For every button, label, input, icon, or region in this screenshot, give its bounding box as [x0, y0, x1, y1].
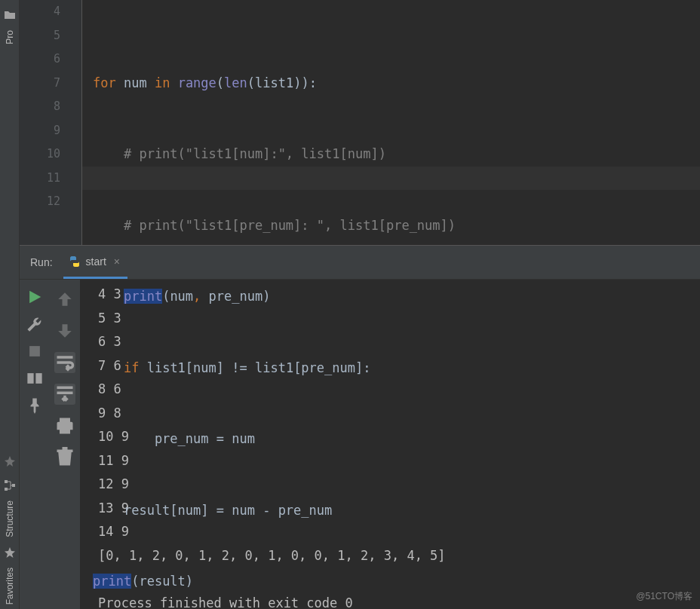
line-number: 7 — [20, 72, 60, 96]
current-line-highlight — [82, 167, 700, 191]
line-number: 4 — [20, 0, 60, 24]
structure-tool-label[interactable]: Structure — [5, 496, 15, 542]
svg-rect-2 — [12, 484, 15, 487]
keyword: , — [193, 289, 201, 304]
builtin-highlight: print — [124, 289, 162, 304]
layout-icon[interactable] — [26, 370, 43, 387]
keyword: if — [124, 360, 139, 375]
svg-rect-4 — [27, 373, 33, 384]
builtin: len — [224, 75, 247, 90]
code-text: num — [116, 75, 155, 90]
structure-icon[interactable] — [4, 479, 16, 491]
code-text-area[interactable]: for num in range(len(list1)): # print("l… — [81, 0, 700, 245]
code-text — [170, 75, 177, 90]
run-toolbar-secondary — [50, 280, 80, 609]
code-text: (list1)): — [247, 75, 317, 90]
svg-rect-5 — [35, 373, 41, 384]
stop-button[interactable] — [26, 343, 43, 360]
python-icon — [68, 255, 81, 268]
builtin: range — [178, 75, 216, 90]
line-number: 8 — [20, 95, 60, 119]
code-editor[interactable]: 4 5 6 7 8 9 10 11 12 for num in range(le… — [20, 0, 700, 245]
close-icon[interactable]: × — [111, 256, 123, 268]
code-text: (result) — [131, 574, 193, 589]
left-tool-strip: Pro Structure Favorites — [0, 0, 20, 609]
run-header: Run: start × — [20, 246, 700, 280]
line-number: 11 — [20, 167, 60, 191]
code-text — [93, 360, 124, 375]
run-panel-title: Run: — [20, 256, 63, 268]
run-toolbar-primary — [20, 280, 50, 609]
code-text: pre_num = num — [93, 427, 700, 451]
project-tool-label[interactable]: Pro — [5, 26, 15, 49]
svg-rect-3 — [29, 346, 40, 357]
pin-icon[interactable] — [26, 397, 43, 414]
code-text: pre_num) — [201, 289, 270, 304]
print-icon[interactable] — [54, 415, 75, 436]
code-text: list1[num] != list1[pre_num]: — [139, 360, 370, 375]
code-text: ( — [216, 75, 224, 90]
soft-wrap-toggle[interactable] — [54, 352, 75, 373]
builtin-highlight: print — [93, 574, 131, 589]
keyword: in — [155, 75, 170, 90]
down-arrow-icon[interactable] — [54, 320, 75, 341]
svg-rect-1 — [5, 488, 8, 491]
code-text: (num — [162, 289, 193, 304]
rerun-button[interactable] — [26, 289, 43, 305]
star-icon[interactable] — [4, 546, 16, 559]
scroll-to-end-toggle[interactable] — [54, 384, 75, 405]
favorites-tool-label[interactable]: Favorites — [5, 563, 15, 609]
line-number: 5 — [20, 24, 60, 48]
keyword: for — [93, 75, 116, 90]
folder-icon[interactable] — [4, 9, 16, 21]
wrench-icon[interactable] — [26, 316, 43, 332]
pin-icon[interactable] — [4, 455, 16, 467]
run-tab[interactable]: start × — [63, 246, 127, 279]
line-number-gutter: 4 5 6 7 8 9 10 11 12 — [20, 0, 81, 245]
code-text: result[num] = num - pre_num — [93, 499, 700, 523]
up-arrow-icon[interactable] — [54, 289, 75, 310]
code-text — [93, 289, 124, 304]
run-tab-label: start — [86, 256, 106, 268]
line-number: 10 — [20, 142, 60, 167]
line-number: 12 — [20, 190, 60, 214]
comment: # print("list1[num]:", list1[num]) — [93, 142, 700, 167]
trash-icon[interactable] — [54, 447, 75, 468]
comment: # print("list1[pre_num]: ", list1[pre_nu… — [93, 214, 700, 238]
line-number: 9 — [20, 119, 60, 143]
line-number: 6 — [20, 47, 60, 72]
svg-rect-0 — [5, 480, 8, 483]
